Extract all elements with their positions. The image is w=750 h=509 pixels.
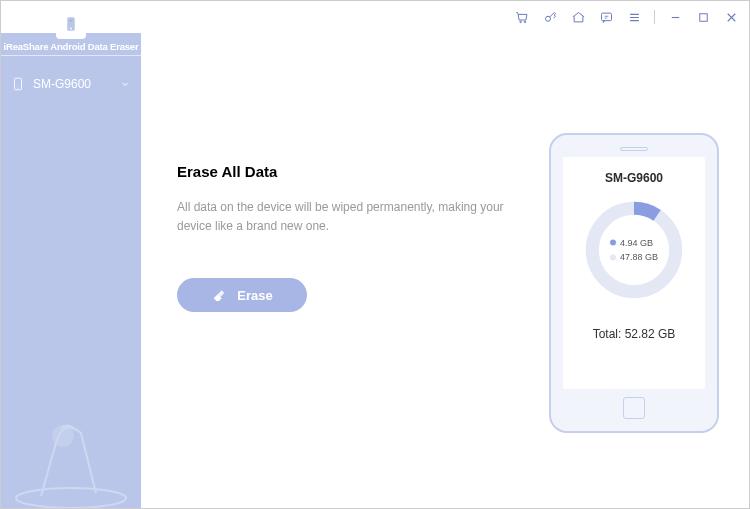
svg-point-0 — [519, 21, 521, 23]
cart-icon[interactable] — [514, 9, 530, 25]
device-preview-screen: SM-G9600 4.94 GB 47.88 GB — [563, 157, 705, 389]
separator — [654, 10, 655, 24]
sidebar-device-item[interactable]: SM-G9600 — [1, 67, 141, 101]
app-logo: iReaShare Android Data Eraser — [1, 5, 141, 60]
svg-rect-4 — [699, 13, 707, 21]
chevron-down-icon — [119, 78, 131, 90]
erase-button-label: Erase — [237, 288, 272, 303]
legend-used: 4.94 GB — [610, 236, 658, 250]
phone-icon — [11, 74, 25, 94]
legend-used-label: 4.94 GB — [620, 236, 653, 250]
sidebar-device-label: SM-G9600 — [33, 77, 91, 91]
svg-point-6 — [70, 28, 72, 30]
legend-dot-used-icon — [610, 240, 616, 246]
app-name: iReaShare Android Data Eraser — [4, 41, 139, 52]
storage-donut-chart: 4.94 GB 47.88 GB — [579, 195, 689, 305]
sidebar-decoration-icon — [1, 388, 141, 508]
feedback-icon[interactable] — [598, 9, 614, 25]
logo-mark-icon — [56, 9, 86, 39]
svg-point-1 — [524, 21, 526, 23]
phone-home-button-icon — [623, 397, 645, 419]
sidebar: iReaShare Android Data Eraser SM-G9600 — [1, 33, 141, 508]
svg-point-9 — [16, 488, 126, 508]
storage-legend: 4.94 GB 47.88 GB — [610, 236, 658, 265]
app-body: iReaShare Android Data Eraser SM-G9600 E… — [1, 33, 749, 508]
erase-button[interactable]: Erase — [177, 278, 307, 312]
page-description: All data on the device will be wiped per… — [177, 198, 517, 236]
legend-free: 47.88 GB — [610, 250, 658, 264]
menu-icon[interactable] — [626, 9, 642, 25]
phone-speaker-icon — [620, 147, 648, 151]
legend-dot-free-icon — [610, 254, 616, 260]
device-preview: SM-G9600 4.94 GB 47.88 GB — [549, 133, 719, 433]
eraser-icon — [211, 287, 227, 303]
close-icon[interactable] — [723, 9, 739, 25]
maximize-icon[interactable] — [695, 9, 711, 25]
key-icon[interactable] — [542, 9, 558, 25]
home-icon[interactable] — [570, 9, 586, 25]
storage-total: Total: 52.82 GB — [593, 327, 676, 341]
minimize-icon[interactable] — [667, 9, 683, 25]
device-preview-name: SM-G9600 — [605, 171, 663, 185]
legend-free-label: 47.88 GB — [620, 250, 658, 264]
svg-rect-3 — [601, 13, 611, 21]
main-panel: Erase All Data All data on the device wi… — [141, 33, 749, 508]
svg-point-8 — [17, 88, 18, 89]
svg-point-10 — [53, 426, 73, 446]
divider — [1, 55, 141, 56]
svg-point-2 — [545, 16, 550, 21]
